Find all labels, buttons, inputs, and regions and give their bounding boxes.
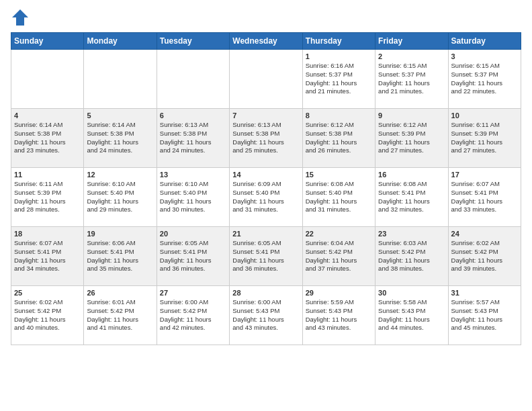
calendar-cell [157,50,229,109]
day-number: 7 [232,111,299,120]
day-info: Sunrise: 6:14 AM Sunset: 5:38 PM Dayligh… [87,121,153,155]
calendar-cell: 24Sunrise: 6:02 AM Sunset: 5:42 PM Dayli… [448,227,521,286]
calendar-cell [11,50,84,109]
calendar-cell: 17Sunrise: 6:07 AM Sunset: 5:41 PM Dayli… [448,168,521,227]
day-number: 12 [87,171,153,179]
day-info: Sunrise: 5:58 AM Sunset: 5:43 PM Dayligh… [378,298,445,332]
day-info: Sunrise: 6:05 AM Sunset: 5:41 PM Dayligh… [160,239,226,273]
day-number: 17 [451,171,518,179]
calendar-cell: 6Sunrise: 6:13 AM Sunset: 5:38 PM Daylig… [157,109,229,168]
calendar-week-1: 1Sunrise: 6:16 AM Sunset: 5:37 PM Daylig… [11,50,521,109]
day-number: 24 [451,230,518,238]
day-info: Sunrise: 6:00 AM Sunset: 5:43 PM Dayligh… [232,298,299,332]
day-number: 5 [87,111,153,120]
day-info: Sunrise: 6:03 AM Sunset: 5:42 PM Dayligh… [378,239,445,273]
day-info: Sunrise: 6:07 AM Sunset: 5:41 PM Dayligh… [14,239,81,273]
calendar-week-3: 11Sunrise: 6:11 AM Sunset: 5:39 PM Dayli… [11,168,521,227]
calendar-cell: 14Sunrise: 6:09 AM Sunset: 5:40 PM Dayli… [230,168,302,227]
calendar-cell: 7Sunrise: 6:13 AM Sunset: 5:38 PM Daylig… [230,109,302,168]
day-number: 21 [232,230,299,238]
day-info: Sunrise: 6:08 AM Sunset: 5:41 PM Dayligh… [378,180,445,214]
logo [11,8,32,27]
calendar-cell [84,50,157,109]
calendar-cell: 4Sunrise: 6:14 AM Sunset: 5:38 PM Daylig… [11,109,84,168]
day-info: Sunrise: 6:05 AM Sunset: 5:41 PM Dayligh… [232,239,299,273]
day-number: 29 [306,289,372,297]
day-info: Sunrise: 6:09 AM Sunset: 5:40 PM Dayligh… [232,180,299,214]
day-number: 13 [160,171,226,179]
weekday-header-thursday: Thursday [302,33,375,50]
calendar-cell: 30Sunrise: 5:58 AM Sunset: 5:43 PM Dayli… [375,286,448,345]
day-number: 8 [306,111,372,120]
day-info: Sunrise: 6:13 AM Sunset: 5:38 PM Dayligh… [232,121,299,155]
day-info: Sunrise: 6:04 AM Sunset: 5:42 PM Dayligh… [306,239,372,273]
day-number: 25 [14,289,81,297]
day-number: 22 [306,230,372,238]
calendar-cell: 22Sunrise: 6:04 AM Sunset: 5:42 PM Dayli… [302,227,375,286]
calendar-cell: 16Sunrise: 6:08 AM Sunset: 5:41 PM Dayli… [375,168,448,227]
weekday-header-saturday: Saturday [448,33,521,50]
day-number: 15 [306,171,372,179]
weekday-header-row: SundayMondayTuesdayWednesdayThursdayFrid… [11,33,521,50]
calendar-cell: 28Sunrise: 6:00 AM Sunset: 5:43 PM Dayli… [230,286,302,345]
weekday-header-monday: Monday [84,33,157,50]
calendar-cell: 31Sunrise: 5:57 AM Sunset: 5:43 PM Dayli… [448,286,521,345]
weekday-header-friday: Friday [375,33,448,50]
weekday-header-sunday: Sunday [11,33,84,50]
day-number: 27 [160,289,226,297]
day-number: 6 [160,111,226,120]
day-number: 20 [160,230,226,238]
day-number: 14 [232,171,299,179]
calendar-week-4: 18Sunrise: 6:07 AM Sunset: 5:41 PM Dayli… [11,227,521,286]
day-info: Sunrise: 6:07 AM Sunset: 5:41 PM Dayligh… [451,180,518,214]
day-info: Sunrise: 6:08 AM Sunset: 5:40 PM Dayligh… [306,180,372,214]
weekday-header-tuesday: Tuesday [157,33,229,50]
calendar-cell: 29Sunrise: 5:59 AM Sunset: 5:43 PM Dayli… [302,286,375,345]
calendar-cell: 8Sunrise: 6:12 AM Sunset: 5:38 PM Daylig… [302,109,375,168]
day-info: Sunrise: 6:02 AM Sunset: 5:42 PM Dayligh… [451,239,518,273]
day-number: 28 [232,289,299,297]
day-info: Sunrise: 6:00 AM Sunset: 5:42 PM Dayligh… [160,298,226,332]
calendar-cell: 18Sunrise: 6:07 AM Sunset: 5:41 PM Dayli… [11,227,84,286]
page: SundayMondayTuesdayWednesdayThursdayFrid… [0,0,532,411]
day-number: 18 [14,230,81,238]
svg-marker-0 [12,9,28,26]
header [11,8,521,27]
calendar-cell: 9Sunrise: 6:12 AM Sunset: 5:39 PM Daylig… [375,109,448,168]
calendar-cell: 1Sunrise: 6:16 AM Sunset: 5:37 PM Daylig… [302,50,375,109]
calendar-cell: 27Sunrise: 6:00 AM Sunset: 5:42 PM Dayli… [157,286,229,345]
weekday-header-wednesday: Wednesday [230,33,302,50]
day-number: 9 [378,111,445,120]
calendar-cell: 20Sunrise: 6:05 AM Sunset: 5:41 PM Dayli… [157,227,229,286]
day-info: Sunrise: 6:06 AM Sunset: 5:41 PM Dayligh… [87,239,153,273]
day-number: 4 [14,111,81,120]
calendar-table: SundayMondayTuesdayWednesdayThursdayFrid… [11,32,521,345]
calendar-cell: 10Sunrise: 6:11 AM Sunset: 5:39 PM Dayli… [448,109,521,168]
day-number: 30 [378,289,445,297]
day-number: 26 [87,289,153,297]
logo-icon [11,8,30,27]
day-info: Sunrise: 5:59 AM Sunset: 5:43 PM Dayligh… [306,298,372,332]
calendar-cell: 19Sunrise: 6:06 AM Sunset: 5:41 PM Dayli… [84,227,157,286]
calendar-week-5: 25Sunrise: 6:02 AM Sunset: 5:42 PM Dayli… [11,286,521,345]
day-info: Sunrise: 5:57 AM Sunset: 5:43 PM Dayligh… [451,298,518,332]
calendar-cell: 5Sunrise: 6:14 AM Sunset: 5:38 PM Daylig… [84,109,157,168]
calendar-cell: 26Sunrise: 6:01 AM Sunset: 5:42 PM Dayli… [84,286,157,345]
calendar-cell: 15Sunrise: 6:08 AM Sunset: 5:40 PM Dayli… [302,168,375,227]
day-number: 19 [87,230,153,238]
day-info: Sunrise: 6:01 AM Sunset: 5:42 PM Dayligh… [87,298,153,332]
day-number: 11 [14,171,81,179]
day-info: Sunrise: 6:15 AM Sunset: 5:37 PM Dayligh… [451,62,518,96]
day-info: Sunrise: 6:10 AM Sunset: 5:40 PM Dayligh… [87,180,153,214]
day-info: Sunrise: 6:15 AM Sunset: 5:37 PM Dayligh… [378,62,445,96]
calendar-cell [230,50,302,109]
calendar-week-2: 4Sunrise: 6:14 AM Sunset: 5:38 PM Daylig… [11,109,521,168]
day-number: 23 [378,230,445,238]
calendar-cell: 12Sunrise: 6:10 AM Sunset: 5:40 PM Dayli… [84,168,157,227]
calendar-cell: 23Sunrise: 6:03 AM Sunset: 5:42 PM Dayli… [375,227,448,286]
calendar-cell: 21Sunrise: 6:05 AM Sunset: 5:41 PM Dayli… [230,227,302,286]
day-info: Sunrise: 6:13 AM Sunset: 5:38 PM Dayligh… [160,121,226,155]
day-number: 2 [378,52,445,60]
calendar-cell: 2Sunrise: 6:15 AM Sunset: 5:37 PM Daylig… [375,50,448,109]
day-info: Sunrise: 6:12 AM Sunset: 5:38 PM Dayligh… [306,121,372,155]
